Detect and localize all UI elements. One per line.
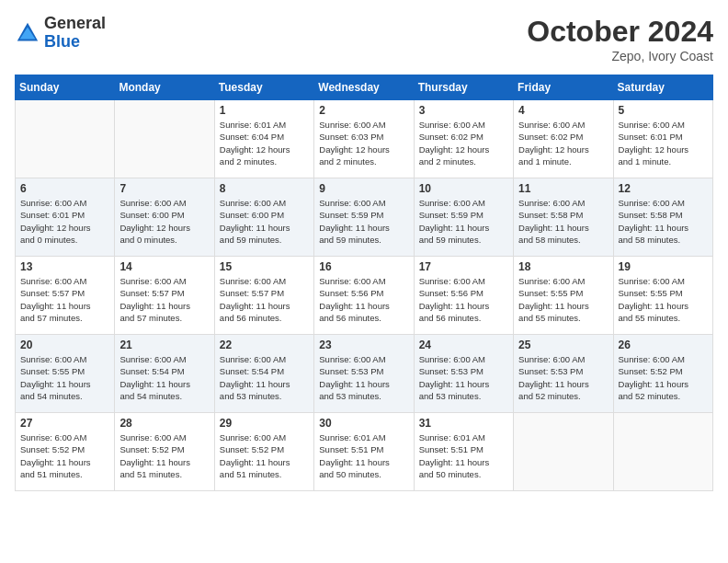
calendar-cell: 16Sunrise: 6:00 AM Sunset: 5:56 PM Dayli… — [314, 257, 414, 335]
header-friday: Friday — [514, 75, 613, 100]
day-info: Sunrise: 6:00 AM Sunset: 6:02 PM Dayligh… — [518, 119, 608, 167]
calendar-header-row: SundayMondayTuesdayWednesdayThursdayFrid… — [16, 75, 713, 100]
header-monday: Monday — [115, 75, 214, 100]
calendar-cell: 27Sunrise: 6:00 AM Sunset: 5:52 PM Dayli… — [16, 413, 115, 491]
calendar-cell: 23Sunrise: 6:00 AM Sunset: 5:53 PM Dayli… — [314, 335, 414, 413]
day-info: Sunrise: 6:00 AM Sunset: 5:55 PM Dayligh… — [518, 275, 608, 324]
calendar-cell — [613, 413, 712, 491]
calendar-cell: 17Sunrise: 6:00 AM Sunset: 5:56 PM Dayli… — [414, 257, 513, 335]
calendar-cell: 28Sunrise: 6:00 AM Sunset: 5:52 PM Dayli… — [115, 413, 214, 491]
title-block: October 2024 Zepo, Ivory Coast — [527, 15, 713, 63]
calendar-cell: 19Sunrise: 6:00 AM Sunset: 5:55 PM Dayli… — [613, 257, 712, 335]
day-info: Sunrise: 6:00 AM Sunset: 5:53 PM Dayligh… — [518, 353, 608, 402]
day-info: Sunrise: 6:00 AM Sunset: 5:57 PM Dayligh… — [220, 275, 309, 324]
calendar-cell: 3Sunrise: 6:00 AM Sunset: 6:02 PM Daylig… — [414, 100, 513, 178]
day-info: Sunrise: 6:00 AM Sunset: 6:00 PM Dayligh… — [119, 197, 209, 246]
header-saturday: Saturday — [613, 75, 712, 100]
day-number: 17 — [419, 260, 508, 273]
calendar-cell: 25Sunrise: 6:00 AM Sunset: 5:53 PM Dayli… — [514, 335, 613, 413]
day-number: 20 — [20, 339, 109, 351]
week-row-2: 13Sunrise: 6:00 AM Sunset: 5:57 PM Dayli… — [16, 257, 713, 335]
day-number: 29 — [220, 417, 309, 430]
day-info: Sunrise: 6:01 AM Sunset: 5:51 PM Dayligh… — [319, 431, 408, 480]
day-info: Sunrise: 6:00 AM Sunset: 5:53 PM Dayligh… — [419, 353, 508, 402]
header-thursday: Thursday — [414, 75, 513, 100]
day-number: 21 — [119, 339, 209, 351]
calendar-cell: 26Sunrise: 6:00 AM Sunset: 5:52 PM Dayli… — [613, 335, 712, 413]
logo-blue: Blue — [44, 33, 106, 52]
calendar-cell: 14Sunrise: 6:00 AM Sunset: 5:57 PM Dayli… — [115, 257, 214, 335]
calendar-cell: 4Sunrise: 6:00 AM Sunset: 6:02 PM Daylig… — [514, 100, 613, 178]
day-number: 10 — [419, 182, 508, 195]
week-row-1: 6Sunrise: 6:00 AM Sunset: 6:01 PM Daylig… — [16, 178, 713, 257]
day-number: 7 — [119, 182, 209, 195]
calendar-cell: 29Sunrise: 6:00 AM Sunset: 5:52 PM Dayli… — [214, 413, 313, 491]
day-number: 12 — [619, 182, 708, 195]
day-number: 6 — [20, 182, 109, 195]
month-title: October 2024 — [527, 15, 713, 49]
calendar-cell — [16, 100, 115, 178]
calendar-cell: 18Sunrise: 6:00 AM Sunset: 5:55 PM Dayli… — [514, 257, 613, 335]
calendar-cell: 30Sunrise: 6:01 AM Sunset: 5:51 PM Dayli… — [314, 413, 414, 491]
logo-icon — [15, 20, 40, 46]
day-number: 15 — [220, 260, 309, 273]
day-number: 25 — [518, 339, 608, 351]
day-number: 23 — [319, 339, 408, 351]
day-number: 11 — [518, 182, 608, 195]
day-info: Sunrise: 6:00 AM Sunset: 5:57 PM Dayligh… — [20, 275, 109, 324]
calendar-cell: 22Sunrise: 6:00 AM Sunset: 5:54 PM Dayli… — [214, 335, 313, 413]
day-number: 16 — [319, 260, 408, 273]
day-number: 27 — [20, 417, 109, 430]
calendar-cell: 31Sunrise: 6:01 AM Sunset: 5:51 PM Dayli… — [414, 413, 513, 491]
header-sunday: Sunday — [16, 75, 115, 100]
calendar-table: SundayMondayTuesdayWednesdayThursdayFrid… — [15, 75, 713, 491]
logo-text: General Blue — [44, 15, 106, 52]
day-info: Sunrise: 6:00 AM Sunset: 5:54 PM Dayligh… — [220, 353, 309, 402]
calendar-cell — [514, 413, 613, 491]
calendar-cell: 7Sunrise: 6:00 AM Sunset: 6:00 PM Daylig… — [115, 178, 214, 257]
day-number: 4 — [518, 104, 608, 117]
day-info: Sunrise: 6:00 AM Sunset: 6:00 PM Dayligh… — [220, 197, 309, 246]
day-info: Sunrise: 6:00 AM Sunset: 6:02 PM Dayligh… — [419, 119, 508, 167]
day-number: 1 — [220, 104, 309, 117]
day-info: Sunrise: 6:00 AM Sunset: 6:03 PM Dayligh… — [319, 119, 408, 167]
calendar-cell: 10Sunrise: 6:00 AM Sunset: 5:59 PM Dayli… — [414, 178, 513, 257]
logo-general: General — [44, 15, 106, 33]
calendar-cell: 15Sunrise: 6:00 AM Sunset: 5:57 PM Dayli… — [214, 257, 313, 335]
week-row-0: 1Sunrise: 6:01 AM Sunset: 6:04 PM Daylig… — [16, 100, 713, 178]
day-number: 14 — [119, 260, 209, 273]
day-info: Sunrise: 6:00 AM Sunset: 5:58 PM Dayligh… — [518, 197, 608, 246]
calendar-cell: 13Sunrise: 6:00 AM Sunset: 5:57 PM Dayli… — [16, 257, 115, 335]
day-info: Sunrise: 6:00 AM Sunset: 6:01 PM Dayligh… — [20, 197, 109, 246]
day-info: Sunrise: 6:00 AM Sunset: 5:55 PM Dayligh… — [619, 275, 708, 324]
logo: General Blue — [15, 15, 106, 52]
calendar-cell: 1Sunrise: 6:01 AM Sunset: 6:04 PM Daylig… — [214, 100, 313, 178]
day-info: Sunrise: 6:01 AM Sunset: 5:51 PM Dayligh… — [419, 431, 508, 480]
calendar-cell: 9Sunrise: 6:00 AM Sunset: 5:59 PM Daylig… — [314, 178, 414, 257]
calendar-cell: 8Sunrise: 6:00 AM Sunset: 6:00 PM Daylig… — [214, 178, 313, 257]
day-info: Sunrise: 6:00 AM Sunset: 5:56 PM Dayligh… — [319, 275, 408, 324]
day-number: 8 — [220, 182, 309, 195]
day-number: 18 — [518, 260, 608, 273]
day-info: Sunrise: 6:00 AM Sunset: 5:52 PM Dayligh… — [119, 431, 209, 480]
page-header: General Blue October 2024 Zepo, Ivory Co… — [15, 15, 713, 63]
day-number: 28 — [119, 417, 209, 430]
calendar-cell: 21Sunrise: 6:00 AM Sunset: 5:54 PM Dayli… — [115, 335, 214, 413]
day-info: Sunrise: 6:00 AM Sunset: 5:58 PM Dayligh… — [619, 197, 708, 246]
day-info: Sunrise: 6:00 AM Sunset: 5:59 PM Dayligh… — [419, 197, 508, 246]
day-info: Sunrise: 6:01 AM Sunset: 6:04 PM Dayligh… — [220, 119, 309, 167]
week-row-4: 27Sunrise: 6:00 AM Sunset: 5:52 PM Dayli… — [16, 413, 713, 491]
day-info: Sunrise: 6:00 AM Sunset: 5:57 PM Dayligh… — [119, 275, 209, 324]
calendar-cell — [115, 100, 214, 178]
calendar-cell: 12Sunrise: 6:00 AM Sunset: 5:58 PM Dayli… — [613, 178, 712, 257]
day-info: Sunrise: 6:00 AM Sunset: 5:59 PM Dayligh… — [319, 197, 408, 246]
day-info: Sunrise: 6:00 AM Sunset: 5:55 PM Dayligh… — [20, 353, 109, 402]
day-number: 19 — [619, 260, 708, 273]
day-number: 13 — [20, 260, 109, 273]
day-info: Sunrise: 6:00 AM Sunset: 5:52 PM Dayligh… — [619, 353, 708, 402]
day-info: Sunrise: 6:00 AM Sunset: 5:52 PM Dayligh… — [20, 431, 109, 480]
day-info: Sunrise: 6:00 AM Sunset: 6:01 PM Dayligh… — [619, 119, 708, 167]
calendar-cell: 6Sunrise: 6:00 AM Sunset: 6:01 PM Daylig… — [16, 178, 115, 257]
day-number: 22 — [220, 339, 309, 351]
calendar-cell: 11Sunrise: 6:00 AM Sunset: 5:58 PM Dayli… — [514, 178, 613, 257]
